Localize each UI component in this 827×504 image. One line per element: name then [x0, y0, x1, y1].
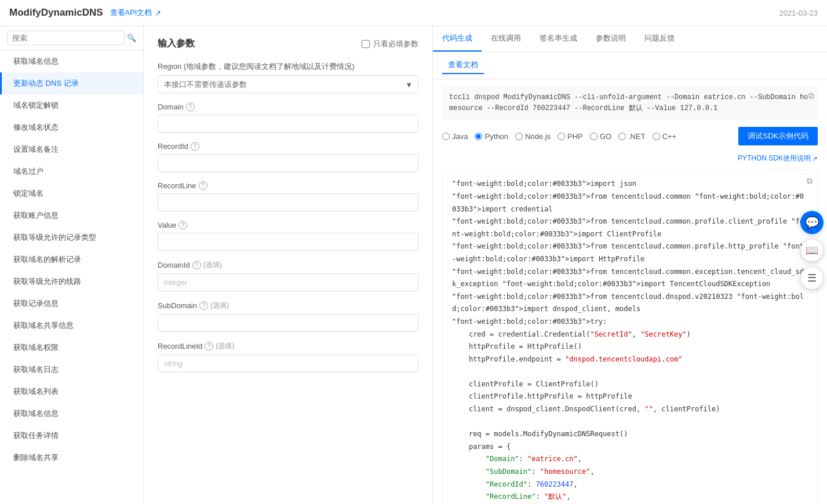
code-block: ⧉ "font-weight:bold;color:#0033b3">impor…: [442, 169, 818, 504]
domainid-field: DomainId ? (选填): [158, 260, 418, 291]
lang-radio-cpp[interactable]: [653, 133, 660, 140]
recordlineid-field: RecordLineId ? (选填): [158, 341, 418, 372]
cli-command-block: tccli dnspod ModifyDynamicDNS --cli-unfo…: [442, 86, 818, 120]
recordid-input[interactable]: 760223447: [158, 154, 418, 172]
lang-option-nodejs[interactable]: Node.js: [515, 132, 551, 141]
language-selector: JavaPythonNode.jsPHPGO.NETC++ 调试SDK示例代码: [442, 127, 818, 145]
sidebar-item[interactable]: 获取账户信息: [0, 204, 143, 227]
page-title: ModifyDynamicDNS: [9, 7, 103, 19]
float-buttons: 💬 📖 ☰: [800, 211, 824, 293]
code-area: tccli dnspod ModifyDynamicDNS --cli-unfo…: [433, 79, 827, 504]
lang-option-python[interactable]: Python: [475, 132, 508, 141]
lang-option-java[interactable]: Java: [442, 132, 468, 141]
code-copy-icon[interactable]: ⧉: [807, 174, 813, 189]
params-form-area: 输入参数 只看必填参数 Region (地域参数，建议您阅读文档了解地域以及计费…: [144, 26, 433, 504]
subdomain-help-icon[interactable]: ?: [199, 301, 208, 310]
sub-tab-bar: 查看文档: [433, 52, 827, 79]
sub-tab-查看文档[interactable]: 查看文档: [442, 57, 484, 74]
region-select-container: 本接口不需要传递该参数 ▼: [158, 75, 418, 93]
form-header: 输入参数 只看必填参数: [158, 38, 418, 50]
external-link-icon: ↗: [155, 9, 161, 17]
recordlineid-input[interactable]: [158, 355, 418, 372]
api-doc-link[interactable]: 查看API文档 ↗: [110, 8, 161, 18]
search-input[interactable]: [7, 31, 125, 45]
value-help-icon[interactable]: ?: [178, 221, 187, 229]
domainid-label: DomainId ? (选填): [158, 260, 418, 270]
tab-在线调用[interactable]: 在线调用: [482, 26, 530, 52]
recordline-input[interactable]: 默认: [158, 193, 418, 211]
recordid-field: RecordId ? 760223447: [158, 142, 418, 172]
app-header: ModifyDynamicDNS 查看API文档 ↗ 2021-03-23: [0, 0, 827, 26]
sidebar-item[interactable]: 域名锁定解锁: [0, 94, 143, 116]
sidebar: 🔍 获取域名信息更新动态 DNS 记录域名锁定解锁修改域名状态设置域名备注域名过…: [0, 26, 144, 504]
recordlineid-help-icon[interactable]: ?: [205, 342, 213, 350]
only-required-toggle[interactable]: 只看必填参数: [362, 39, 418, 49]
subdomain-label: SubDomain ? (选填): [158, 301, 418, 311]
sidebar-item[interactable]: 获取域名的解析记录: [0, 249, 143, 271]
menu-float-btn[interactable]: ☰: [800, 266, 824, 290]
lang-option-go[interactable]: GO: [590, 132, 611, 141]
domain-input[interactable]: eatrice.cn: [158, 115, 418, 133]
sdk-debug-button[interactable]: 调试SDK示例代码: [738, 127, 818, 145]
lang-radio-php[interactable]: [558, 133, 565, 140]
chat-float-btn[interactable]: 💬: [800, 211, 824, 234]
external-link-icon-sdk: ↗: [812, 155, 818, 163]
lang-option-cpp[interactable]: C++: [653, 132, 677, 141]
recordlineid-label: RecordLineId ? (选填): [158, 341, 418, 351]
domainid-help-icon[interactable]: ?: [192, 261, 201, 269]
value-label: Value ?: [158, 221, 418, 229]
subdomain-field: SubDomain ? (选填) homesource: [158, 301, 418, 332]
only-required-checkbox[interactable]: [362, 40, 370, 48]
search-icon[interactable]: 🔍: [127, 34, 136, 42]
cli-copy-icon[interactable]: ⧉: [808, 90, 814, 103]
sidebar-item[interactable]: 修改域名状态: [0, 116, 143, 138]
lang-radio-python[interactable]: [475, 133, 482, 140]
sidebar-item[interactable]: 设置域名备注: [0, 138, 143, 160]
domain-help-icon[interactable]: ?: [186, 103, 195, 111]
sdk-usage-link[interactable]: PYTHON SDK使用说明 ↗: [738, 154, 818, 163]
tab-问题反馈[interactable]: 问题反馈: [635, 26, 684, 52]
lang-radio-go[interactable]: [590, 133, 598, 140]
sidebar-item[interactable]: 获取域名信息: [0, 403, 143, 425]
recordline-field: RecordLine ? 默认: [158, 181, 418, 211]
region-label: Region (地域参数，建议您阅读文档了解地域以及计费情况): [158, 61, 418, 72]
tab-代码生成[interactable]: 代码生成: [433, 26, 482, 52]
lang-radio-nodejs[interactable]: [515, 133, 523, 140]
recordline-help-icon[interactable]: ?: [199, 181, 207, 190]
sidebar-item[interactable]: 获取域名日志: [0, 359, 143, 381]
domain-field: Domain ? eatrice.cn: [158, 103, 418, 133]
header-date: 2021-03-23: [779, 9, 818, 17]
region-select[interactable]: 本接口不需要传递该参数: [158, 75, 418, 93]
sidebar-search-container: 🔍: [0, 26, 143, 50]
right-panel: 代码生成在线调用签名串生成参数说明问题反馈 查看文档 tccli dnspod …: [433, 26, 827, 504]
sidebar-item[interactable]: 获取等级允许的记录类型: [0, 227, 143, 249]
sidebar-item[interactable]: 锁定域名: [0, 182, 143, 204]
sidebar-item[interactable]: 获取域名列表: [0, 381, 143, 403]
lang-radio-java[interactable]: [442, 133, 450, 140]
sidebar-item[interactable]: 删除域名共享: [0, 447, 143, 469]
lang-option-dotnet[interactable]: .NET: [618, 132, 646, 141]
sidebar-item[interactable]: 获取等级允许的线路: [0, 271, 143, 293]
sub-tabs-container: 查看文档: [442, 57, 484, 74]
sidebar-item[interactable]: 域名过户: [0, 160, 143, 182]
lang-option-php[interactable]: PHP: [558, 132, 583, 141]
cli-command-text: tccli dnspod ModifyDynamicDNS --cli-unfo…: [449, 93, 808, 112]
value-field: Value ? 127.0.0.1: [158, 221, 418, 251]
lang-radio-dotnet[interactable]: [618, 133, 626, 140]
sidebar-item[interactable]: 获取记录信息: [0, 293, 143, 315]
tab-参数说明[interactable]: 参数说明: [586, 26, 635, 52]
subdomain-input[interactable]: homesource: [158, 314, 418, 332]
only-required-label: 只看必填参数: [373, 39, 418, 49]
main-layout: 🔍 获取域名信息更新动态 DNS 记录域名锁定解锁修改域名状态设置域名备注域名过…: [0, 26, 827, 504]
docs-float-btn[interactable]: 📖: [800, 239, 824, 262]
value-input[interactable]: 127.0.0.1: [158, 233, 418, 251]
tab-签名串生成[interactable]: 签名串生成: [530, 26, 586, 52]
recordid-help-icon[interactable]: ?: [191, 142, 199, 151]
sidebar-nav: 获取域名信息更新动态 DNS 记录域名锁定解锁修改域名状态设置域名备注域名过户锁…: [0, 50, 143, 469]
sidebar-item[interactable]: 更新动态 DNS 记录: [0, 72, 143, 94]
sidebar-item[interactable]: 获取任务详情: [0, 425, 143, 447]
sidebar-item[interactable]: 获取域名信息: [0, 50, 143, 72]
domainid-input[interactable]: [158, 273, 418, 291]
sidebar-item[interactable]: 获取域名共享信息: [0, 315, 143, 337]
sidebar-item[interactable]: 获取域名权限: [0, 337, 143, 359]
